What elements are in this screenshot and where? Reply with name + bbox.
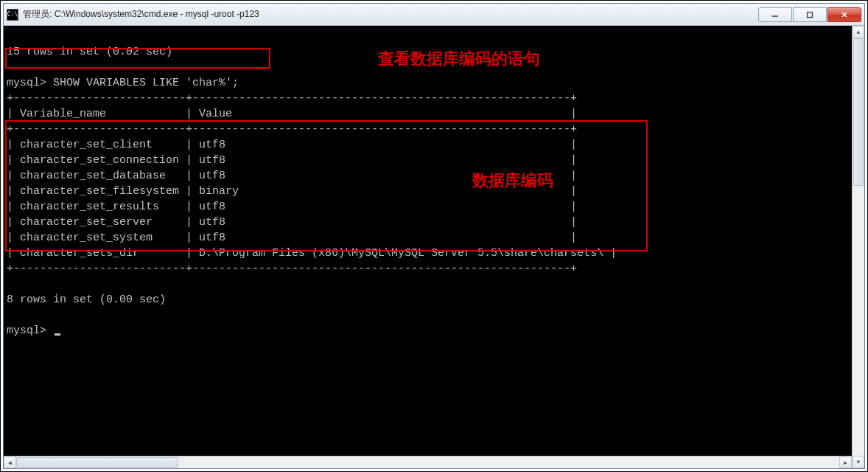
scroll-track-v[interactable] [853,38,864,456]
table-sep-bot: +--------------------------+------------… [7,263,577,275]
scroll-left-button[interactable]: ◀ [4,457,16,468]
table-row: | character_set_filesystem | binary | [7,185,577,198]
titlebar[interactable]: C:\ 管理员: C:\Windows\system32\cmd.exe - m… [4,4,864,26]
scroll-thumb-h[interactable] [16,457,178,468]
window-title: 管理员: C:\Windows\system32\cmd.exe - mysql… [23,8,758,21]
horizontal-scrollbar[interactable]: ◀ ▶ [4,456,852,468]
table-header: | Variable_name | Value | [7,108,577,120]
terminal-content: 15 rows in set (0.02 sec) mysql> SHOW VA… [4,29,864,339]
table-row: | character_sets_dir | D:\Program Files … [7,247,617,260]
cmd-icon: C:\ [7,9,18,21]
table-row: | character_set_client | utf8 | [7,139,577,151]
scroll-up-button[interactable]: ▲ [853,26,864,38]
minimize-button[interactable] [758,7,792,22]
cursor [55,333,60,336]
prompt: mysql> [7,77,46,89]
table-row: | character_set_connection | utf8 | [7,154,577,167]
scroll-thumb-v[interactable] [853,38,864,186]
cmd-window: C:\ 管理员: C:\Windows\system32\cmd.exe - m… [3,3,865,469]
maximize-button[interactable] [793,7,827,22]
prompt: mysql> [7,324,46,337]
sql-query: SHOW VARIABLES LIKE 'char%'; [53,77,239,89]
scroll-right-button[interactable]: ▶ [839,457,852,468]
result-summary: 8 rows in set (0.00 sec) [7,294,166,306]
table-sep-top: +--------------------------+------------… [7,92,577,105]
close-button[interactable] [827,7,861,22]
table-row: | character_set_server | utf8 | [7,216,577,229]
table-row: | character_set_system | utf8 | [7,232,577,244]
scroll-track-h[interactable] [16,457,839,468]
table-row: | character_set_results | utf8 | [7,201,577,213]
scroll-down-button[interactable]: ▼ [853,456,864,468]
window-controls [758,7,861,22]
terminal[interactable]: 15 rows in set (0.02 sec) mysql> SHOW VA… [4,26,864,468]
table-sep-mid: +--------------------------+------------… [7,123,577,136]
vertical-scrollbar[interactable]: ▲ ▼ [852,26,864,468]
svg-rect-1 [808,12,813,17]
table-row: | character_set_database | utf8 | [7,170,577,182]
screenshot-frame: C:\ 管理员: C:\Windows\system32\cmd.exe - m… [0,0,868,472]
prev-result-line: 15 rows in set (0.02 sec) [7,46,172,58]
